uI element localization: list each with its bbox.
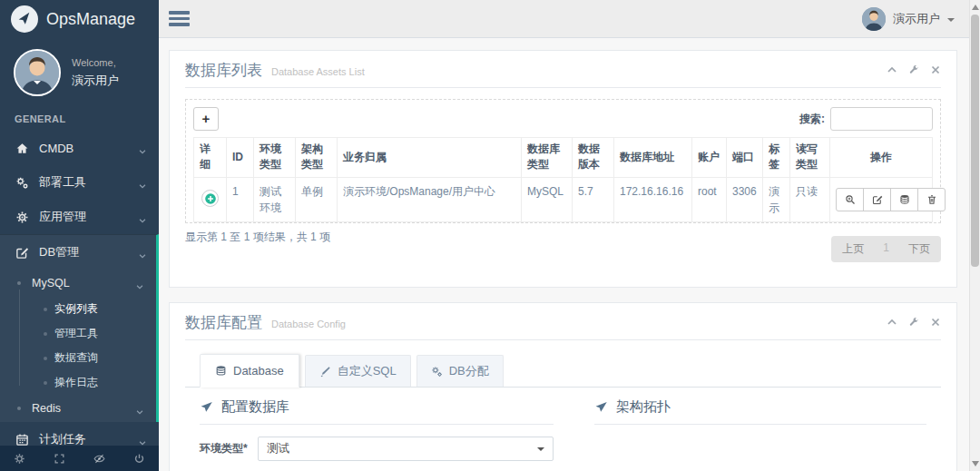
sidebar-item-db-manage[interactable]: DB管理 [0,235,156,270]
datatable-wrapper: + 搜索: 详 [185,99,941,223]
tab-database[interactable]: Database [200,354,299,388]
env-type-label: 环境类型* [200,441,258,456]
brand-area[interactable]: OpsManage [0,0,159,38]
col-account[interactable]: 账户 [692,138,727,178]
table-row: 1 测试环境 单例 演示环境/OpsManage/用户中心 MySQL 5.7 … [194,177,933,221]
col-db-type[interactable]: 数据库类型 [522,138,573,178]
sidebar-item-cmdb[interactable]: CMDB [0,131,159,165]
add-database-button[interactable]: + [193,107,219,131]
wrench-icon[interactable] [908,315,919,326]
gear-icon [15,211,29,224]
tab-custom-sql[interactable]: 自定义SQL [305,355,411,387]
cell-id: 1 [227,177,254,221]
scrollbar-thumb[interactable] [971,15,979,267]
edit-square-icon [15,246,29,260]
prev-page-button[interactable]: 上页 [831,236,875,262]
expand-row-button[interactable] [201,190,219,207]
sidebar-child-op-logs[interactable]: 操作日志 [0,370,156,395]
view-button[interactable] [836,188,864,211]
sidebar-child-manage-tools[interactable]: 管理工具 [0,321,156,346]
database-button[interactable] [890,188,918,211]
cell-db-version: 5.7 [573,177,614,221]
caret-down-icon [947,18,955,22]
user-menu[interactable]: 演示用户 [862,7,955,31]
chevron-down-icon [138,178,147,187]
col-tag[interactable]: 标签 [763,138,790,178]
current-page[interactable]: 1 [875,236,897,262]
section-title: 配置数据库 [221,398,289,416]
col-db-version[interactable]: 数据版本 [573,138,614,178]
chevron-down-icon [135,279,144,288]
sidebar-subitem-mysql[interactable]: MySQL [0,270,156,297]
pencil-icon [319,366,331,378]
top-navbar: 演示用户 [159,0,969,38]
topbar-user-name: 演示用户 [893,11,940,27]
database-icon [899,194,910,205]
sidebar-section-label: GENERAL [0,105,159,131]
edit-icon [872,194,883,205]
search-input[interactable] [830,107,933,131]
sidebar-item-deploy-tools[interactable]: 部署工具 [0,165,159,200]
edit-button[interactable] [863,188,891,211]
row-actions [836,188,946,211]
cell-account: root [692,177,727,221]
cell-env-type: 测试环境 [254,177,296,221]
cell-tag: 演示 [763,177,790,221]
col-port[interactable]: 端口 [727,138,763,178]
scroll-down-arrow-icon[interactable] [972,461,979,466]
sidebar-item-app-manage[interactable]: 应用管理 [0,200,159,234]
database-table: 详细 ID 环境类型 架构类型 业务归属 数据库类型 数据版本 数据库地址 账户… [193,137,933,222]
col-id[interactable]: ID [227,138,254,178]
search-label: 搜索: [799,112,825,127]
sidebar: OpsManage Welcome, 演示用户 GENERAL CMDB [0,0,159,471]
col-rw-type[interactable]: 读写类型 [790,138,830,178]
env-type-select[interactable]: 测试 [258,437,554,461]
collapse-icon[interactable] [887,63,897,74]
sidebar-item-scheduled-tasks[interactable]: 计划任务 [0,422,159,446]
col-arch-type[interactable]: 架构类型 [296,138,338,178]
fullscreen-icon[interactable] [40,446,80,471]
close-icon[interactable] [930,63,941,74]
results-summary: 显示第 1 至 1 项结果，共 1 项 [185,228,330,245]
panel-subtitle: Database Config [271,319,346,329]
search-plus-icon [845,194,856,205]
tab-db-assign[interactable]: DB分配 [416,355,504,387]
database-icon [215,365,227,377]
plus-circle-icon [204,192,217,205]
caret-down-icon [537,447,544,451]
panel-db-config: 数据库配置 Database Config Database [169,302,957,471]
table-header-row: 详细 ID 环境类型 架构类型 业务归属 数据库类型 数据版本 数据库地址 账户… [194,138,933,178]
settings-icon[interactable] [0,446,40,471]
sidebar-subitem-redis[interactable]: Redis [0,395,156,422]
eye-slash-icon[interactable] [80,446,120,471]
col-db-host[interactable]: 数据库地址 [614,138,692,178]
cell-db-type: MySQL [522,177,573,221]
pagination: 上页 1 下页 [831,236,941,262]
col-env-type[interactable]: 环境类型 [254,138,296,178]
wrench-icon[interactable] [908,63,919,74]
cell-arch-type: 单例 [296,177,338,221]
power-icon[interactable] [119,446,159,471]
collapse-icon[interactable] [887,315,897,326]
gears-icon [15,176,29,190]
delete-button[interactable] [917,188,946,211]
sidebar-child-data-query[interactable]: 数据查询 [0,346,156,370]
calendar-icon [15,433,29,446]
panel-title: 数据库列表 [185,60,262,81]
close-icon[interactable] [930,315,941,326]
col-business[interactable]: 业务归属 [338,138,522,178]
chevron-down-icon [138,212,147,221]
menu-toggle-icon[interactable] [169,11,190,26]
sidebar-child-instance-list[interactable]: 实例列表 [0,297,156,321]
app-window: OpsManage Welcome, 演示用户 GENERAL CMDB [0,0,969,471]
trash-icon [926,194,937,205]
config-form-column: 配置数据库 环境类型* 测试 架构类型* 单例 [200,398,554,471]
next-page-button[interactable]: 下页 [897,236,941,262]
avatar [862,7,886,31]
scroll-up-arrow-icon[interactable] [972,5,979,10]
topology-column: 架构拓扑 [594,398,926,471]
profile-block: Welcome, 演示用户 [0,38,159,105]
cell-port: 3306 [727,177,763,221]
sidebar-footer [0,446,159,471]
col-detail[interactable]: 详细 [194,138,227,178]
